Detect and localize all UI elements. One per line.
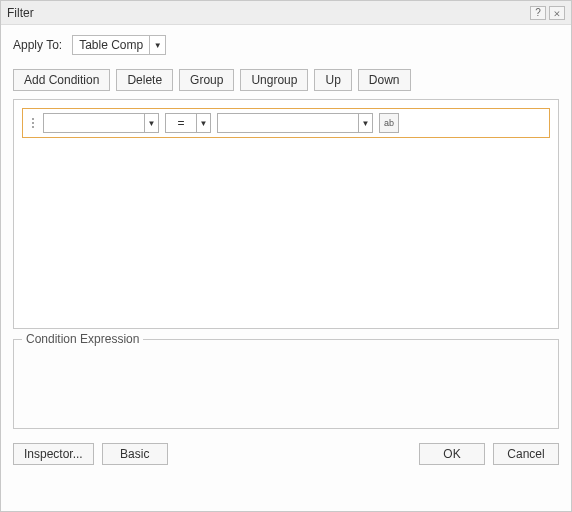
basic-button[interactable]: Basic xyxy=(102,443,168,465)
add-condition-button[interactable]: Add Condition xyxy=(13,69,110,91)
drag-handle-icon[interactable] xyxy=(29,118,37,128)
dialog-title: Filter xyxy=(7,6,527,20)
dialog-body: Apply To: Table Comp ▼ Add Condition Del… xyxy=(1,25,571,511)
field-dropdown[interactable]: ▼ xyxy=(43,113,159,133)
condition-row[interactable]: ▼ = ▼ ▼ ab xyxy=(22,108,550,138)
titlebar: Filter ? ⨉ xyxy=(1,1,571,25)
ab-icon: ab xyxy=(384,118,394,128)
chevron-down-icon: ▼ xyxy=(149,36,165,54)
close-icon: ⨉ xyxy=(554,8,560,18)
filter-dialog: Filter ? ⨉ Apply To: Table Comp ▼ Add Co… xyxy=(0,0,572,512)
inspector-button[interactable]: Inspector... xyxy=(13,443,94,465)
chevron-down-icon: ▼ xyxy=(358,114,372,132)
operator-dropdown[interactable]: = ▼ xyxy=(165,113,211,133)
footer: Inspector... Basic OK Cancel xyxy=(13,443,559,465)
conditions-area: ▼ = ▼ ▼ ab xyxy=(13,99,559,329)
group-button[interactable]: Group xyxy=(179,69,234,91)
edit-expression-button[interactable]: ab xyxy=(379,113,399,133)
ungroup-button[interactable]: Ungroup xyxy=(240,69,308,91)
chevron-down-icon: ▼ xyxy=(196,114,210,132)
apply-to-dropdown[interactable]: Table Comp ▼ xyxy=(72,35,166,55)
condition-expression-legend: Condition Expression xyxy=(22,332,143,346)
up-button[interactable]: Up xyxy=(314,69,351,91)
operator-value: = xyxy=(166,116,196,130)
toolbar: Add Condition Delete Group Ungroup Up Do… xyxy=(13,69,559,91)
down-button[interactable]: Down xyxy=(358,69,411,91)
help-icon: ? xyxy=(535,8,541,18)
close-button[interactable]: ⨉ xyxy=(549,6,565,20)
chevron-down-icon: ▼ xyxy=(144,114,158,132)
ok-button[interactable]: OK xyxy=(419,443,485,465)
value-dropdown[interactable]: ▼ xyxy=(217,113,373,133)
apply-to-row: Apply To: Table Comp ▼ xyxy=(13,35,559,55)
help-button[interactable]: ? xyxy=(530,6,546,20)
apply-to-value: Table Comp xyxy=(73,38,149,52)
cancel-button[interactable]: Cancel xyxy=(493,443,559,465)
condition-expression-box: Condition Expression xyxy=(13,339,559,429)
apply-to-label: Apply To: xyxy=(13,38,62,52)
delete-button[interactable]: Delete xyxy=(116,69,173,91)
